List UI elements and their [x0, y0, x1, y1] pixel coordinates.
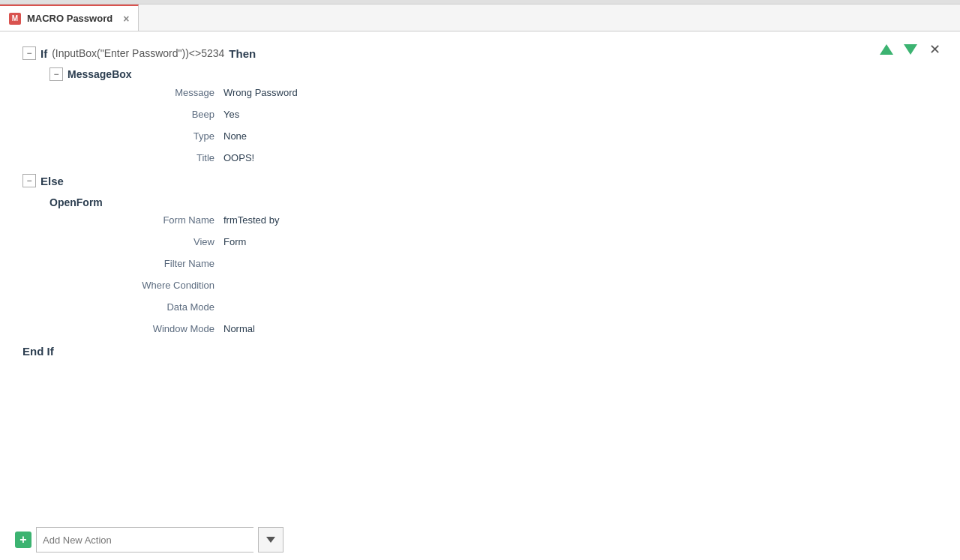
prop-label-message: Message — [104, 87, 224, 98]
prop-value-windowmode: Normal — [224, 323, 255, 334]
prop-value-beep: Yes — [224, 109, 239, 120]
prop-label-datamode: Data Mode — [104, 301, 224, 313]
add-action-dropdown-button[interactable] — [258, 527, 284, 553]
prop-label-formname: Form Name — [104, 214, 224, 226]
add-action-row: + — [15, 527, 284, 553]
openform-block: OpenForm Form Name frmTested by View For… — [50, 196, 938, 334]
property-row-where: Where Condition — [104, 280, 938, 291]
messagebox-block: − MessageBox Message Wrong Password Beep… — [50, 67, 938, 163]
then-keyword: Then — [229, 47, 256, 60]
prop-label-title: Title — [104, 152, 224, 163]
if-block: − If (InputBox("Enter Password"))<>5234 … — [22, 46, 938, 358]
tab-title: MACRO Password — [27, 13, 112, 24]
property-row-filtername: Filter Name — [104, 258, 938, 269]
arrow-up-icon — [880, 44, 893, 55]
property-row-type: Type None — [104, 130, 938, 142]
prop-value-message: Wrong Password — [224, 87, 298, 98]
openform-label: OpenForm — [50, 196, 103, 208]
prop-label-view: View — [104, 236, 224, 247]
prop-label-where: Where Condition — [104, 280, 224, 291]
messagebox-properties: Message Wrong Password Beep Yes Type Non… — [104, 87, 938, 163]
else-keyword: Else — [40, 175, 64, 187]
if-keyword: If — [40, 47, 47, 60]
macro-editor: ✕ − If (InputBox("Enter Password"))<>523… — [0, 31, 960, 560]
add-action-plus-button[interactable]: + — [15, 532, 32, 548]
close-icon: ✕ — [929, 41, 940, 58]
else-collapse-button[interactable]: − — [22, 174, 36, 187]
else-line: − Else — [22, 174, 938, 187]
dropdown-arrow-icon — [266, 537, 275, 543]
property-row-message: Message Wrong Password — [104, 87, 938, 98]
endif-label: End If — [22, 345, 54, 358]
property-row-windowmode: Window Mode Normal — [104, 323, 938, 334]
if-line: − If (InputBox("Enter Password"))<>5234 … — [22, 46, 938, 60]
property-row-datamode: Data Mode — [104, 301, 938, 313]
messagebox-collapse-button[interactable]: − — [50, 67, 63, 81]
move-up-button[interactable] — [876, 39, 897, 60]
prop-value-view: Form — [224, 236, 246, 247]
prop-label-filtername: Filter Name — [104, 258, 224, 269]
messagebox-header: − MessageBox — [50, 67, 938, 81]
endif-line: End If — [22, 345, 938, 358]
messagebox-label: MessageBox — [68, 68, 132, 80]
prop-value-formname: frmTested by — [224, 214, 279, 226]
tab-icon: M — [9, 13, 21, 25]
openform-header: OpenForm — [50, 196, 938, 208]
property-row-beep: Beep Yes — [104, 109, 938, 120]
tab-close-button[interactable]: × — [123, 13, 129, 24]
prop-label-beep: Beep — [104, 109, 224, 120]
move-down-button[interactable] — [900, 39, 921, 60]
delete-button[interactable]: ✕ — [924, 39, 945, 60]
property-row-formname: Form Name frmTested by — [104, 214, 938, 226]
arrow-down-icon — [904, 44, 917, 55]
prop-label-windowmode: Window Mode — [104, 323, 224, 334]
tab-bar: M MACRO Password × — [0, 4, 960, 31]
property-row-view: View Form — [104, 236, 938, 247]
prop-value-type: None — [224, 130, 247, 142]
action-toolbar: ✕ — [876, 39, 945, 60]
if-collapse-button[interactable]: − — [22, 46, 36, 60]
main-content: ✕ − If (InputBox("Enter Password"))<>523… — [0, 31, 960, 560]
prop-value-msg-title: OOPS! — [224, 152, 254, 163]
openform-properties: Form Name frmTested by View Form Filter … — [104, 214, 938, 334]
prop-label-type: Type — [104, 130, 224, 142]
if-condition: (InputBox("Enter Password"))<>5234 — [52, 47, 224, 59]
macro-tab[interactable]: M MACRO Password × — [0, 4, 139, 31]
property-row-title: Title OOPS! — [104, 152, 938, 163]
app-container: M MACRO Password × ✕ — [0, 0, 960, 560]
add-action-input[interactable] — [36, 527, 254, 553]
